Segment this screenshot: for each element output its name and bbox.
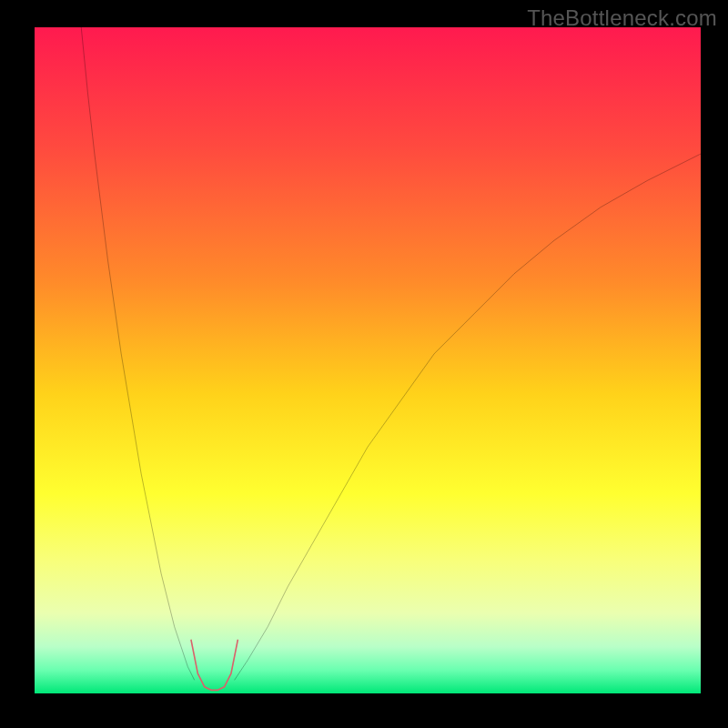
chart-background [35, 27, 701, 693]
bottleneck-chart [35, 27, 701, 693]
chart-frame: TheBottleneck.com [0, 0, 728, 728]
